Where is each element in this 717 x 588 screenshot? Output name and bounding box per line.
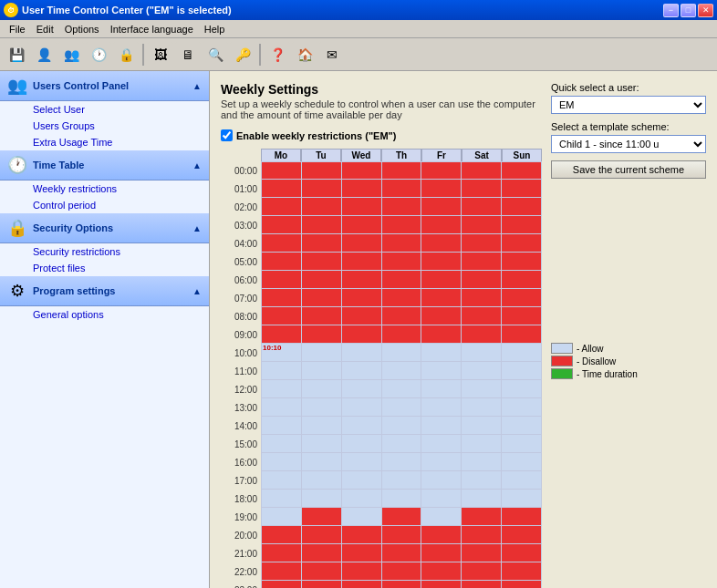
grid-cell[interactable] <box>381 544 421 562</box>
menu-file[interactable]: File <box>4 22 31 36</box>
grid-cell[interactable] <box>261 453 301 471</box>
grid-cell[interactable] <box>341 216 381 234</box>
grid-cell[interactable] <box>341 435 381 453</box>
grid-cell[interactable] <box>261 362 301 380</box>
user-select[interactable]: EM <box>551 96 706 114</box>
grid-cell[interactable] <box>421 271 461 289</box>
grid-cell[interactable] <box>261 289 301 307</box>
grid-cell[interactable] <box>501 544 542 562</box>
grid-cell[interactable] <box>341 508 381 526</box>
grid-cell[interactable] <box>261 180 301 198</box>
grid-cell[interactable] <box>461 471 501 490</box>
grid-cell[interactable] <box>261 544 301 562</box>
grid-cell[interactable] <box>261 234 301 253</box>
grid-cell[interactable] <box>421 453 461 471</box>
grid-cell[interactable] <box>261 581 301 588</box>
grid-cell[interactable] <box>261 198 301 216</box>
grid-cell[interactable] <box>301 253 341 271</box>
grid-cell[interactable] <box>381 271 421 289</box>
grid-cell[interactable] <box>501 453 542 471</box>
grid-cell[interactable] <box>301 198 341 216</box>
grid-cell[interactable] <box>341 417 381 435</box>
sidebar-item-select-user[interactable]: Select User <box>0 101 209 118</box>
grid-cell[interactable] <box>381 526 421 544</box>
grid-cell[interactable] <box>261 526 301 544</box>
grid-cell[interactable] <box>301 471 341 490</box>
grid-cell[interactable] <box>341 253 381 271</box>
grid-cell[interactable] <box>421 325 461 344</box>
help-toolbar-btn[interactable]: ❓ <box>265 42 290 67</box>
save-toolbar-btn[interactable]: 💾 <box>4 42 29 67</box>
grid-cell[interactable] <box>261 398 301 417</box>
grid-cell[interactable] <box>381 216 421 234</box>
grid-cell[interactable] <box>501 271 542 289</box>
grid-cell[interactable] <box>421 490 461 508</box>
grid-cell[interactable] <box>261 435 301 453</box>
grid-cell[interactable] <box>501 398 542 417</box>
grid-cell[interactable] <box>381 344 421 362</box>
grid-cell[interactable] <box>501 471 542 490</box>
grid-cell[interactable] <box>461 490 501 508</box>
section-program-header[interactable]: ⚙ Program settings ▲ <box>0 276 209 306</box>
grid-cell[interactable] <box>461 325 501 344</box>
sidebar-item-users-groups[interactable]: Users Groups <box>0 118 209 134</box>
grid-cell[interactable] <box>341 453 381 471</box>
grid-cell[interactable] <box>501 508 542 526</box>
grid-cell[interactable] <box>261 325 301 344</box>
grid-cell[interactable] <box>381 508 421 526</box>
groups-toolbar-btn[interactable]: 👥 <box>58 42 84 67</box>
grid-cell[interactable] <box>501 325 542 344</box>
grid-cell[interactable] <box>501 180 542 198</box>
grid-cell[interactable] <box>501 344 542 362</box>
grid-cell[interactable] <box>341 471 381 490</box>
grid-cell[interactable] <box>501 198 542 216</box>
menu-edit[interactable]: Edit <box>31 22 59 36</box>
time-toolbar-btn[interactable]: 🕐 <box>86 42 111 67</box>
grid-cell[interactable] <box>301 526 341 544</box>
grid-cell[interactable] <box>501 581 542 588</box>
grid-cell[interactable] <box>461 180 501 198</box>
grid-cell[interactable] <box>381 490 421 508</box>
grid-cell[interactable] <box>261 161 301 180</box>
sidebar-item-general-options[interactable]: General options <box>0 306 209 323</box>
grid-cell[interactable] <box>341 289 381 307</box>
grid-cell[interactable] <box>261 508 301 526</box>
grid-cell[interactable] <box>461 271 501 289</box>
grid-cell[interactable] <box>421 417 461 435</box>
grid-cell[interactable] <box>421 562 461 581</box>
grid-cell[interactable] <box>461 198 501 216</box>
grid-cell[interactable] <box>261 471 301 490</box>
mail-toolbar-btn[interactable]: ✉ <box>319 42 345 67</box>
grid-cell[interactable] <box>461 216 501 234</box>
grid-cell[interactable] <box>381 417 421 435</box>
grid-cell[interactable] <box>301 508 341 526</box>
grid-cell[interactable]: 10:10 <box>261 344 301 362</box>
grid-cell[interactable] <box>421 198 461 216</box>
grid-cell[interactable] <box>261 380 301 398</box>
grid-cell[interactable] <box>501 307 542 325</box>
minimize-button[interactable]: − <box>663 4 679 17</box>
grid-cell[interactable] <box>461 417 501 435</box>
key-toolbar-btn[interactable]: 🔑 <box>230 42 255 67</box>
menu-help[interactable]: Help <box>199 22 231 36</box>
grid-cell[interactable] <box>461 508 501 526</box>
grid-cell[interactable] <box>421 344 461 362</box>
grid-cell[interactable] <box>421 398 461 417</box>
maximize-button[interactable]: □ <box>681 4 696 17</box>
grid-cell[interactable] <box>381 562 421 581</box>
sidebar-item-extra-usage[interactable]: Extra Usage Time <box>0 134 209 150</box>
grid-cell[interactable] <box>381 307 421 325</box>
save-scheme-button[interactable]: Save the current scheme <box>551 160 706 179</box>
grid-cell[interactable] <box>261 216 301 234</box>
image-toolbar-btn[interactable]: 🖼 <box>148 42 173 67</box>
grid-cell[interactable] <box>381 198 421 216</box>
grid-cell[interactable] <box>301 544 341 562</box>
section-timetable-header[interactable]: 🕐 Time Table ▲ <box>0 150 209 181</box>
grid-cell[interactable] <box>461 289 501 307</box>
grid-cell[interactable] <box>301 435 341 453</box>
grid-cell[interactable] <box>461 253 501 271</box>
grid-cell[interactable] <box>501 435 542 453</box>
grid-cell[interactable] <box>421 362 461 380</box>
grid-cell[interactable] <box>301 325 341 344</box>
grid-cell[interactable] <box>301 161 341 180</box>
